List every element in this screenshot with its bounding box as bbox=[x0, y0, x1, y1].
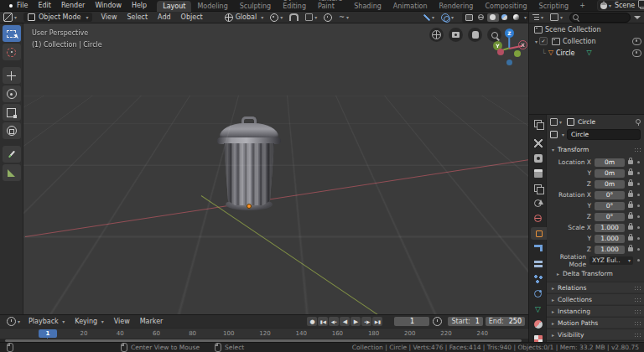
shading-solid-button[interactable] bbox=[487, 13, 499, 22]
number-field[interactable]: 1.000 bbox=[595, 235, 625, 243]
outliner-display-mode-dropdown[interactable]: ▾ bbox=[547, 13, 566, 21]
show-overlays-dropdown[interactable]: ▾ bbox=[438, 13, 457, 22]
outliner-search-input[interactable] bbox=[569, 13, 631, 23]
show-gizmos-dropdown[interactable]: ▾ bbox=[420, 14, 438, 21]
play-button[interactable]: ▶ bbox=[351, 317, 361, 326]
animate-dot[interactable] bbox=[637, 183, 640, 185]
visibility-eye-icon[interactable] bbox=[632, 38, 641, 45]
shading-material-button[interactable] bbox=[499, 13, 511, 22]
trash-can-object[interactable] bbox=[217, 116, 281, 215]
lock-icon[interactable] bbox=[628, 215, 633, 219]
menu-item[interactable]: Help bbox=[127, 2, 152, 9]
tool-measure[interactable] bbox=[3, 164, 21, 181]
tab-physics[interactable] bbox=[531, 287, 545, 300]
shading-rendered-button[interactable] bbox=[511, 13, 522, 22]
gizmo-y-neg-axis[interactable] bbox=[514, 50, 521, 57]
lock-icon[interactable] bbox=[628, 225, 633, 230]
editor-type-button[interactable]: ▾ bbox=[0, 13, 20, 22]
collapsed-panel[interactable]: ▸ Visibility bbox=[547, 329, 644, 339]
number-field[interactable]: 0° bbox=[595, 202, 625, 210]
frame-start-field[interactable]: Start: 1 bbox=[448, 317, 482, 326]
mode-dropdown[interactable]: Object Mode ▾ bbox=[23, 13, 92, 22]
frame-end-field[interactable]: End: 250 bbox=[486, 317, 525, 326]
3d-viewport[interactable]: User Perspective (1) Collection | Circle… bbox=[23, 23, 528, 314]
current-frame-field[interactable]: 1 bbox=[394, 317, 429, 326]
tab-constraints[interactable] bbox=[531, 257, 545, 270]
lock-icon[interactable] bbox=[628, 182, 633, 186]
workspace-tab[interactable]: Texture Paint bbox=[312, 0, 348, 12]
animate-dot[interactable] bbox=[637, 259, 640, 261]
add-workspace-button[interactable]: + bbox=[574, 2, 590, 9]
proportional-editing-toggle[interactable] bbox=[320, 13, 335, 22]
prev-keyframe-button[interactable]: ◀∙ bbox=[329, 317, 339, 326]
transform-panel-header[interactable]: ▾ Transform bbox=[547, 143, 644, 155]
tool-cursor[interactable] bbox=[3, 44, 21, 60]
tool-select-box[interactable] bbox=[3, 25, 21, 42]
new-scene-icon[interactable] bbox=[640, 2, 644, 9]
record-button[interactable]: ● bbox=[307, 317, 317, 326]
workspace-tab[interactable]: Rendering bbox=[434, 1, 480, 12]
pin-icon[interactable] bbox=[636, 119, 641, 124]
tab-render[interactable] bbox=[531, 152, 545, 164]
workspace-tab[interactable]: Modeling bbox=[191, 1, 233, 12]
drag-dots-icon[interactable] bbox=[634, 148, 641, 152]
number-field[interactable]: 1.000 bbox=[595, 246, 625, 254]
outliner-row-circle[interactable]: └ ▽ Circle ▽ bbox=[529, 47, 644, 59]
tool-move[interactable] bbox=[3, 67, 21, 84]
lock-icon[interactable] bbox=[628, 204, 633, 208]
timeline-ruler[interactable]: 204060801001201401601802002202401 bbox=[0, 328, 528, 339]
tab-view-layer[interactable] bbox=[531, 182, 545, 194]
pan-view-button[interactable] bbox=[468, 28, 482, 42]
gizmo-z-neg-axis[interactable] bbox=[506, 60, 512, 65]
tab-modifiers[interactable] bbox=[531, 242, 545, 255]
number-field[interactable]: 0° bbox=[595, 213, 625, 221]
marker-menu[interactable]: Marker bbox=[135, 318, 169, 325]
gizmo-z-axis[interactable]: Z bbox=[505, 28, 514, 38]
jump-to-start-button[interactable]: ▮◀ bbox=[318, 317, 328, 326]
tool-rotate[interactable] bbox=[3, 85, 21, 102]
snap-settings-dropdown[interactable]: ▾ bbox=[302, 13, 320, 21]
menu-item[interactable]: Edit bbox=[33, 2, 56, 9]
workspace-tab[interactable]: Layout bbox=[157, 1, 191, 12]
animate-dot[interactable] bbox=[637, 215, 640, 218]
filter-icon[interactable] bbox=[634, 16, 641, 19]
number-field[interactable]: 0m bbox=[595, 180, 625, 189]
rotation-mode-dropdown[interactable]: XYZ Eul.. ▾ bbox=[589, 256, 633, 265]
viewport-menu-item[interactable]: Add bbox=[153, 13, 176, 21]
workspace-tab[interactable]: Sculpting bbox=[234, 1, 277, 12]
viewport-menu-item[interactable]: Object bbox=[176, 13, 208, 21]
transform-orientation-dropdown[interactable]: Global ▾ bbox=[221, 13, 267, 22]
object-name-input[interactable]: Circle bbox=[567, 129, 641, 140]
gizmo-x-neg-axis[interactable] bbox=[497, 49, 504, 55]
animate-dot[interactable] bbox=[637, 226, 640, 229]
collection-checkbox[interactable]: ✓ bbox=[539, 37, 548, 45]
tool-transform[interactable] bbox=[3, 122, 21, 139]
playback-menu[interactable]: Playback ▾ bbox=[23, 318, 70, 325]
lock-icon[interactable] bbox=[628, 171, 633, 175]
workspace-tab[interactable]: UV Editing bbox=[277, 0, 312, 12]
play-reverse-button[interactable]: ◀ bbox=[340, 317, 350, 326]
collapsed-panel[interactable]: ▸ Relations bbox=[547, 282, 644, 292]
animate-dot[interactable] bbox=[637, 237, 640, 240]
workspace-tab[interactable]: Shading bbox=[348, 1, 387, 12]
tab-tool[interactable] bbox=[531, 137, 545, 149]
proportional-falloff-dropdown[interactable]: ~ ▾ bbox=[335, 13, 352, 21]
menu-item[interactable]: Render bbox=[56, 2, 90, 9]
tab-world[interactable] bbox=[531, 212, 545, 225]
animate-dot[interactable] bbox=[637, 161, 640, 163]
toggle-xray-button[interactable] bbox=[464, 13, 475, 22]
snap-toggle[interactable] bbox=[286, 13, 302, 21]
visibility-eye-icon[interactable] bbox=[632, 49, 641, 57]
animate-dot[interactable] bbox=[637, 194, 640, 196]
tab-particles[interactable] bbox=[531, 272, 545, 285]
tab-object[interactable] bbox=[531, 227, 547, 240]
number-field[interactable]: 0m bbox=[595, 158, 625, 167]
lock-icon[interactable] bbox=[628, 193, 633, 197]
keying-menu[interactable]: Keying ▾ bbox=[70, 318, 108, 325]
toggle-perspective-button[interactable] bbox=[429, 28, 444, 42]
expand-icon[interactable]: ▾ bbox=[535, 39, 538, 44]
viewport-menu-item[interactable]: View bbox=[96, 13, 122, 21]
collapsed-panel[interactable]: ▸ Collections bbox=[547, 293, 644, 304]
outliner-row-collection[interactable]: ▾ ✓ Collection bbox=[529, 35, 644, 47]
playhead-current-frame[interactable]: 1 bbox=[39, 329, 57, 338]
